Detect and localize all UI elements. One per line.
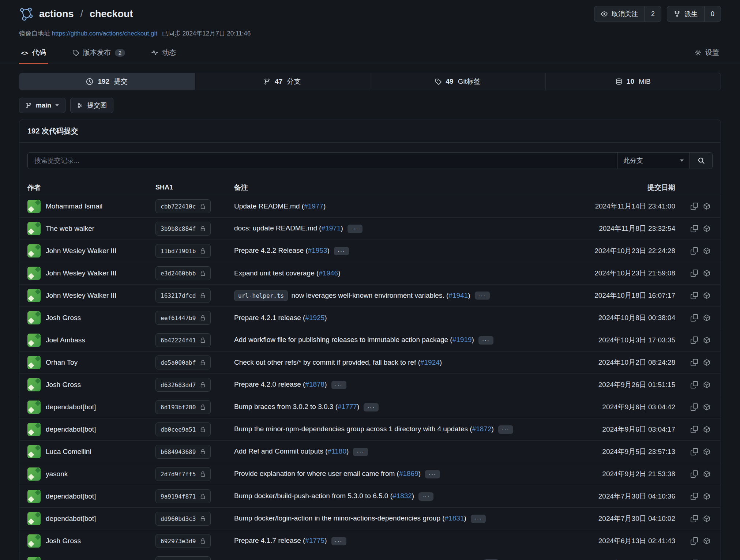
copy-sha-button[interactable] — [689, 313, 699, 323]
copy-sha-button[interactable] — [689, 201, 699, 211]
browse-source-button[interactable] — [702, 380, 712, 390]
commit-author[interactable]: Luca Comellini — [46, 448, 91, 456]
repo-name[interactable]: checkout — [90, 8, 133, 20]
commit-sha-badge[interactable]: e3d2460bbb — [155, 266, 211, 280]
user-avatar[interactable] — [27, 311, 41, 324]
commit-author[interactable]: dependabot[bot] — [46, 425, 96, 433]
expand-message-button[interactable]: ··· — [331, 537, 346, 545]
commit-sha-badge[interactable]: b684943689 — [155, 445, 211, 459]
stat-tags[interactable]: 49 Git标签 — [370, 73, 546, 90]
copy-sha-button[interactable] — [689, 223, 699, 234]
copy-sha-button[interactable] — [689, 447, 699, 457]
commit-author[interactable]: Joel Ambass — [46, 336, 85, 344]
copy-sha-button[interactable] — [689, 290, 699, 301]
branch-selector[interactable]: main — [19, 98, 65, 113]
browse-source-button[interactable] — [702, 246, 712, 256]
pr-link[interactable]: #1869 — [399, 470, 418, 477]
commit-sha-badge[interactable]: 163217dfcd — [155, 289, 211, 302]
copy-sha-button[interactable] — [689, 424, 699, 435]
user-avatar[interactable] — [27, 267, 41, 280]
copy-sha-button[interactable] — [689, 335, 699, 345]
expand-message-button[interactable]: ··· — [331, 381, 346, 389]
user-avatar[interactable] — [27, 401, 41, 414]
expand-message-button[interactable]: ··· — [353, 448, 368, 456]
pr-link[interactable]: #1878 — [305, 380, 324, 388]
commit-author[interactable]: Josh Gross — [46, 314, 81, 322]
copy-sha-button[interactable] — [689, 536, 699, 546]
user-avatar[interactable] — [27, 512, 41, 525]
commit-author[interactable]: yasonk — [46, 470, 68, 478]
commit-sha-badge[interactable]: 3b9b8c884f — [155, 222, 211, 236]
user-avatar[interactable] — [27, 423, 41, 436]
stat-commits[interactable]: 192 提交 — [19, 73, 195, 90]
commit-author[interactable]: Orhan Toy — [46, 358, 78, 367]
branch-scope-select[interactable]: 此分支 — [617, 153, 690, 169]
commit-sha-badge[interactable]: 6b42224f41 — [155, 333, 211, 347]
browse-source-button[interactable] — [702, 223, 712, 234]
pr-link[interactable]: #1925 — [305, 314, 324, 322]
expand-message-button[interactable]: ··· — [364, 403, 379, 411]
pr-link[interactable]: #1946 — [319, 269, 338, 277]
commit-author[interactable]: dependabot[bot] — [46, 515, 96, 523]
user-avatar[interactable] — [27, 356, 41, 369]
tab-activity[interactable]: 动态 — [150, 43, 178, 64]
browse-source-button[interactable] — [702, 402, 712, 412]
search-commits-input[interactable] — [28, 153, 617, 169]
copy-sha-button[interactable] — [689, 469, 699, 479]
tab-settings[interactable]: 设置 — [693, 43, 721, 64]
commit-sha-badge[interactable]: 6ccd57f4c5 — [155, 556, 211, 560]
commit-sha-badge[interactable]: 9a9194f871 — [155, 489, 211, 503]
copy-sha-button[interactable] — [689, 402, 699, 412]
commit-sha-badge[interactable]: dd960bd3c3 — [155, 512, 211, 526]
user-avatar[interactable] — [27, 244, 41, 258]
user-avatar[interactable] — [27, 334, 41, 347]
commit-author[interactable]: John Wesley Walker III — [46, 292, 116, 300]
pr-link[interactable]: #1924 — [420, 358, 440, 366]
pr-link[interactable]: #1977 — [304, 202, 323, 210]
mirror-url-link[interactable]: https://github.com/actions/checkout.git — [52, 30, 157, 37]
pr-link[interactable]: #1180 — [328, 447, 346, 455]
commit-sha-badge[interactable]: db0cee9a51 — [155, 422, 211, 436]
pr-link[interactable]: #1777 — [338, 403, 357, 410]
user-avatar[interactable] — [27, 557, 41, 560]
pr-link[interactable]: #1775 — [305, 537, 324, 544]
browse-source-button[interactable] — [702, 201, 712, 211]
user-avatar[interactable] — [27, 534, 41, 548]
watch-count[interactable]: 2 — [645, 6, 661, 22]
commit-author[interactable]: Mohammad Ismail — [46, 202, 102, 210]
pr-link[interactable]: #1832 — [392, 492, 412, 500]
expand-message-button[interactable]: ··· — [498, 425, 513, 434]
commit-sha-badge[interactable]: 2d7d9f7ff5 — [155, 467, 211, 481]
expand-message-button[interactable]: ··· — [475, 292, 490, 300]
user-avatar[interactable] — [27, 200, 41, 213]
commit-sha-badge[interactable]: eef61447b9 — [155, 311, 211, 325]
commit-author[interactable]: John Wesley Walker III — [46, 269, 116, 277]
tab-releases[interactable]: 版本发布 2 — [71, 43, 127, 64]
commit-sha-badge[interactable]: d632683dd7 — [155, 378, 211, 392]
commit-sha-badge[interactable]: 692973e3d9 — [155, 534, 211, 548]
repo-owner[interactable]: actions — [39, 8, 74, 20]
commit-author[interactable]: John Wesley Walker III — [46, 247, 116, 255]
user-avatar[interactable] — [27, 378, 41, 391]
user-avatar[interactable] — [27, 445, 41, 458]
expand-message-button[interactable]: ··· — [471, 515, 486, 523]
copy-sha-button[interactable] — [689, 380, 699, 390]
copy-sha-button[interactable] — [689, 514, 699, 524]
stat-branches[interactable]: 47 分支 — [195, 73, 371, 90]
browse-source-button[interactable] — [702, 558, 712, 560]
stat-size[interactable]: 10 MiB — [546, 73, 721, 90]
browse-source-button[interactable] — [702, 268, 712, 278]
pr-link[interactable]: #1941 — [448, 291, 468, 299]
browse-source-button[interactable] — [702, 536, 712, 546]
commit-author[interactable]: dependabot[bot] — [46, 403, 96, 411]
browse-source-button[interactable] — [702, 491, 712, 501]
tab-code[interactable]: <> 代码 — [19, 43, 48, 64]
commit-author[interactable]: dependabot[bot] — [46, 492, 96, 500]
browse-source-button[interactable] — [702, 514, 712, 524]
browse-source-button[interactable] — [702, 313, 712, 323]
expand-message-button[interactable]: ··· — [334, 247, 349, 255]
unwatch-button[interactable]: 取消关注 2 — [594, 6, 661, 22]
copy-sha-button[interactable] — [689, 246, 699, 256]
commit-sha-badge[interactable]: de5a000abf — [155, 356, 211, 369]
browse-source-button[interactable] — [702, 335, 712, 345]
